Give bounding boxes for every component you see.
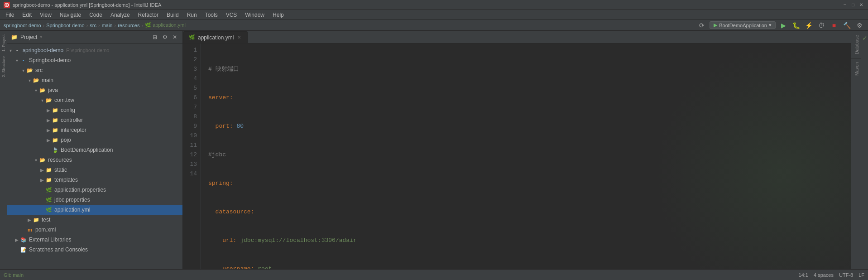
menu-help[interactable]: Help (269, 11, 288, 19)
editor-tab-bar: 🌿 application.yml ✕ (183, 31, 851, 43)
code-line-1: # 映射端口 (208, 64, 851, 74)
status-line-ending[interactable]: LF (858, 272, 864, 278)
properties-icon: 🌿 (45, 186, 53, 193)
toolbar-actions: ⟳ ▶ BootDemoApplication ▾ ▶ 🐛 ⚡ ⏱ ■ 🔨 ⚙ (697, 20, 864, 30)
breadcrumb-main[interactable]: main (102, 23, 113, 28)
folder-test-icon: 📁 (33, 216, 40, 223)
tree-item-jdbc-properties[interactable]: 🌿 jdbc.properties (7, 195, 182, 205)
left-strip: 1: Project 2: Structure (0, 31, 7, 269)
check-icon: ✓ (862, 34, 868, 42)
tree-item-static[interactable]: ▶ 📁 static (7, 165, 182, 175)
tree-item-interceptor[interactable]: ▶ 📁 interceptor (7, 125, 182, 135)
module-icon: ▪ (14, 47, 21, 54)
settings-panel-button[interactable]: ⚙ (161, 33, 169, 41)
sync-icon[interactable]: ⟳ (697, 20, 707, 30)
breadcrumb-module[interactable]: Springboot-demo (46, 23, 84, 28)
git-status[interactable]: Git: main (4, 272, 24, 278)
structure-strip-label[interactable]: 2: Structure (0, 54, 7, 79)
tree-item-templates[interactable]: ▶ 📁 templates (7, 175, 182, 185)
tree-item-springboot-demo[interactable]: ▾ ▪ springboot-demo F:\springboot-demo (7, 45, 182, 55)
settings-icon[interactable]: ⚙ (854, 20, 864, 30)
debug-button[interactable]: 🐛 (791, 20, 801, 30)
arrow-java: ▾ (33, 88, 39, 93)
tree-item-test[interactable]: ▶ 📁 test (7, 215, 182, 225)
status-left: Git: main (4, 272, 24, 278)
close-button[interactable]: ✕ (858, 2, 864, 8)
status-encoding[interactable]: UTF-8 (839, 272, 853, 278)
menu-run[interactable]: Run (183, 11, 201, 19)
menu-refactor[interactable]: Refactor (134, 11, 162, 19)
maximize-button[interactable]: □ (850, 2, 856, 8)
arrow-controller: ▶ (45, 118, 52, 123)
menu-build[interactable]: Build (163, 11, 182, 19)
right-vertical-tabs: Database Maven (851, 31, 861, 269)
pom-icon: m (26, 226, 34, 233)
code-editor[interactable]: # 映射端口 server: port: 80 #jdbc spring: da… (201, 43, 851, 269)
status-indent[interactable]: 4 spaces (814, 272, 834, 278)
tree-item-controller[interactable]: ▶ 📁 controller (7, 115, 182, 125)
folder-interceptor-icon: 📁 (52, 126, 59, 134)
menu-edit[interactable]: Edit (19, 11, 35, 19)
code-line-5: spring: (208, 179, 851, 188)
tree-item-app-properties[interactable]: 🌿 application.properties (7, 185, 182, 195)
tree-item-config[interactable]: ▶ 📁 config (7, 105, 182, 115)
stop-button[interactable]: ■ (829, 20, 839, 30)
code-line-4: #jdbc (208, 150, 851, 159)
tab-label: application.yml (198, 34, 234, 41)
breadcrumb-file[interactable]: 🌿application.yml (145, 22, 186, 28)
tree-item-resources[interactable]: ▾ 📂 resources (7, 155, 182, 165)
run-config-selector[interactable]: ▶ BootDemoApplication ▾ (710, 21, 776, 29)
minimize-button[interactable]: − (842, 2, 848, 8)
menu-navigate[interactable]: Navigate (56, 11, 85, 19)
breadcrumb: springboot-demo › Springboot-demo › src … (4, 22, 186, 28)
menu-window[interactable]: Window (241, 11, 268, 19)
tab-application-yml[interactable]: 🌿 application.yml ✕ (183, 31, 248, 43)
tree-item-springboot-demo-module[interactable]: ▾ ▪ Springboot-demo (7, 55, 182, 65)
status-position[interactable]: 14:1 (799, 272, 808, 278)
breadcrumb-bar: springboot-demo › Springboot-demo › src … (0, 20, 868, 31)
tree-item-src[interactable]: ▾ 📂 src (7, 65, 182, 75)
right-strip: ✓ (861, 31, 868, 269)
tree-item-main[interactable]: ▾ 📂 main (7, 75, 182, 85)
profile-button[interactable]: ⏱ (816, 20, 826, 30)
arrow-src: ▾ (20, 68, 26, 73)
menu-tools[interactable]: Tools (201, 11, 221, 19)
tree-item-external-libs[interactable]: ▶ 📚 External Libraries (7, 235, 182, 245)
breadcrumb-resources[interactable]: resources (118, 23, 139, 28)
tab-yaml-icon: 🌿 (189, 34, 195, 40)
tree-item-boot-demo-app[interactable]: 🍃 BootDemoApplication (7, 145, 182, 155)
title-bar-left: springboot-demo - application.yml [Sprin… (4, 2, 161, 8)
tab-close-button[interactable]: ✕ (236, 35, 242, 40)
menu-code[interactable]: Code (86, 11, 106, 19)
tree-item-pom-xml[interactable]: m pom.xml (7, 225, 182, 235)
tree-item-java[interactable]: ▾ 📂 java (7, 85, 182, 95)
menu-view[interactable]: View (36, 11, 55, 19)
arrow-static: ▶ (39, 168, 45, 173)
breadcrumb-src[interactable]: src (90, 23, 96, 28)
project-strip-label[interactable]: 1: Project (0, 33, 7, 53)
hide-panel-button[interactable]: ✕ (171, 33, 179, 41)
tree-item-application-yml[interactable]: 🌿 application.yml (7, 205, 182, 215)
folder-config-icon: 📁 (52, 106, 59, 114)
window-controls[interactable]: − □ ✕ (842, 2, 864, 8)
file-tree: ▾ ▪ springboot-demo F:\springboot-demo ▾… (7, 43, 182, 269)
menu-file[interactable]: File (2, 11, 18, 19)
maven-tab[interactable]: Maven (851, 58, 861, 79)
collapse-all-button[interactable]: ⊟ (151, 33, 159, 41)
tree-item-com-txw[interactable]: ▾ 📂 com.txw (7, 95, 182, 105)
build-button[interactable]: 🔨 (842, 20, 852, 30)
folder-main-icon: 📂 (33, 77, 40, 84)
jdbc-properties-icon: 🌿 (45, 196, 53, 203)
status-right: 14:1 4 spaces UTF-8 LF (799, 272, 864, 278)
spring-boot-icon: 🍃 (52, 146, 59, 154)
menu-analyze[interactable]: Analyze (107, 11, 134, 19)
editor-content[interactable]: 1 2 3 4 5 6 7 8 9 10 11 12 13 14 # 映射端口 … (183, 43, 851, 269)
tree-item-scratches[interactable]: 📝 Scratches and Consoles (7, 245, 182, 255)
coverage-button[interactable]: ⚡ (804, 20, 814, 30)
menu-vcs[interactable]: VCS (222, 11, 241, 19)
tree-item-pojo[interactable]: ▶ 📁 pojo (7, 135, 182, 145)
run-button[interactable]: ▶ (778, 20, 788, 30)
breadcrumb-project[interactable]: springboot-demo (4, 23, 41, 28)
database-tab[interactable]: Database (851, 31, 861, 58)
line-numbers: 1 2 3 4 5 6 7 8 9 10 11 12 13 14 (183, 43, 201, 269)
